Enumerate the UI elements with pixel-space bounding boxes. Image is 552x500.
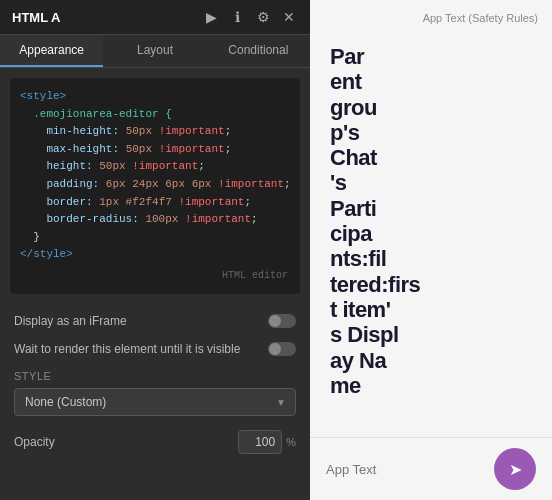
- wait-render-toggle[interactable]: [268, 342, 296, 356]
- settings-icon[interactable]: ⚙: [254, 8, 272, 26]
- preview-content: Parentgroup'sChat'sParticipants:filtered…: [310, 36, 552, 437]
- code-editor[interactable]: <style> .emojionarea-editor { min-height…: [10, 78, 300, 294]
- toggle-knob: [269, 315, 281, 327]
- toggle-knob-2: [269, 343, 281, 355]
- close-icon[interactable]: ✕: [280, 8, 298, 26]
- right-panel-header: App Text (Safety Rules): [310, 0, 552, 36]
- send-button[interactable]: ➤: [494, 448, 536, 490]
- tabs-container: Appearance Layout Conditional: [0, 35, 310, 68]
- app-text-input[interactable]: [326, 462, 494, 477]
- tab-conditional[interactable]: Conditional: [207, 35, 310, 67]
- iframe-label: Display as an iFrame: [14, 314, 127, 328]
- opacity-label: Opacity: [14, 435, 55, 449]
- iframe-field-row: Display as an iFrame: [14, 314, 296, 328]
- opacity-input[interactable]: 100: [238, 430, 282, 454]
- style-dropdown-wrapper: None (Custom) Default Custom ▼: [14, 388, 296, 416]
- panel-content: Display as an iFrame Wait to render this…: [0, 304, 310, 500]
- style-dropdown[interactable]: None (Custom) Default Custom: [14, 388, 296, 416]
- wait-render-label: Wait to render this element until it is …: [14, 342, 240, 356]
- opacity-value-group: 100 %: [238, 430, 296, 454]
- opacity-unit: %: [286, 436, 296, 448]
- tab-layout[interactable]: Layout: [103, 35, 206, 67]
- preview-text: Parentgroup'sChat'sParticipants:filtered…: [330, 44, 450, 398]
- panel-header: HTML A ▶ ℹ ⚙ ✕: [0, 0, 310, 35]
- editor-label: HTML editor: [20, 268, 290, 284]
- panel-title: HTML A: [12, 10, 60, 25]
- preview-header-label: App Text (Safety Rules): [423, 12, 538, 24]
- info-icon[interactable]: ℹ: [228, 8, 246, 26]
- play-icon[interactable]: ▶: [202, 8, 220, 26]
- header-icons: ▶ ℹ ⚙ ✕: [202, 8, 298, 26]
- send-icon: ➤: [509, 460, 522, 479]
- tab-appearance[interactable]: Appearance: [0, 35, 103, 67]
- iframe-toggle[interactable]: [268, 314, 296, 328]
- opacity-row: Opacity 100 %: [14, 430, 296, 454]
- right-panel-footer: ➤: [310, 437, 552, 500]
- wait-render-field-row: Wait to render this element until it is …: [14, 342, 296, 356]
- right-panel: App Text (Safety Rules) Parentgroup'sCha…: [310, 0, 552, 500]
- style-section-label: Style: [14, 370, 296, 382]
- left-panel: HTML A ▶ ℹ ⚙ ✕ Appearance Layout Conditi…: [0, 0, 310, 500]
